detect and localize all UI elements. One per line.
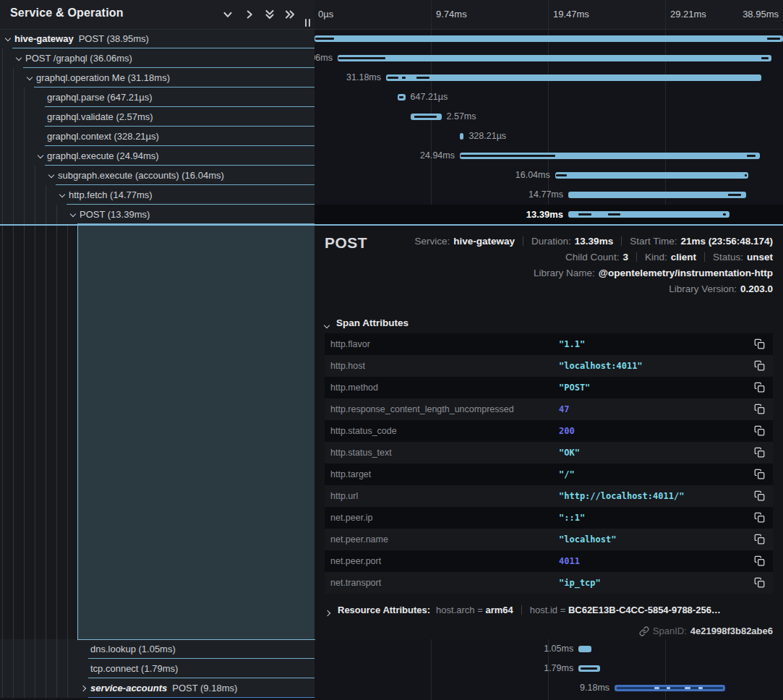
copy-button[interactable] [754, 512, 766, 524]
timeline-row[interactable]: 1.05ms [315, 639, 783, 659]
resource-key: host.arch [436, 605, 474, 615]
detail-left-box[interactable] [77, 226, 315, 640]
copy-button[interactable] [754, 577, 766, 589]
copy-button[interactable] [754, 338, 766, 350]
copy-button[interactable] [754, 534, 766, 545]
indent-guide [56, 678, 57, 698]
span-bar[interactable] [386, 74, 761, 81]
span-tree-row[interactable]: tcp.connect (1.79ms) [0, 659, 315, 678]
copy-button[interactable] [754, 404, 766, 415]
chevron-right-icon[interactable] [80, 685, 87, 692]
span-duration-label: 31.18ms [346, 68, 381, 88]
span-tree-row[interactable]: graphql.operation Me (31.18ms) [0, 68, 315, 88]
copy-button[interactable] [754, 425, 766, 437]
timeline-row[interactable]: 31.18ms [315, 68, 783, 88]
span-bar-child-mark [556, 174, 567, 176]
copy-button[interactable] [754, 490, 766, 502]
span-bar[interactable] [555, 172, 748, 179]
span-tree-row[interactable]: graphql.parse (647.21µs) [0, 88, 315, 107]
copy-icon [754, 469, 765, 479]
span-bar[interactable] [460, 133, 463, 140]
span-tree-row[interactable]: subgraph.execute (accounts) (16.04ms) [0, 166, 315, 185]
detail-meta-line: Library Name:@opentelemetry/instrumentat… [534, 265, 773, 281]
span-tree-row[interactable]: graphql.execute (24.94ms) [0, 146, 315, 166]
timeline-row[interactable] [315, 29, 783, 48]
link-icon[interactable] [639, 626, 649, 636]
span-bar[interactable] [615, 685, 725, 691]
chevron-down-icon[interactable] [4, 35, 12, 43]
span-tree-row[interactable]: graphql.context (328.21µs) [0, 127, 315, 146]
span-attributes-table: http.flavor"1.1"http.host"localhost:4011… [325, 333, 773, 594]
timeline-row[interactable]: 328.21µs [315, 127, 783, 146]
span-row-label: hive-gatewayPOST (38.95ms) [14, 29, 149, 48]
span-bar[interactable] [398, 94, 406, 101]
span-bar-child-mark [402, 77, 405, 79]
copy-button[interactable] [754, 555, 766, 567]
span-bar[interactable] [568, 211, 729, 218]
timeline-row[interactable]: 16.04ms [315, 166, 783, 185]
attribute-value: 47 [559, 398, 569, 420]
indent-guide [24, 678, 25, 698]
timeline-row[interactable]: 13.39ms [315, 205, 783, 224]
span-tree-row[interactable]: http.fetch (14.77ms) [0, 185, 315, 205]
timeline-tick-label: 0µs [318, 0, 333, 29]
timeline-row[interactable]: 9.18ms [315, 678, 783, 698]
panel-resize-handle[interactable] [304, 18, 312, 27]
span-tree-row[interactable]: POST (13.39ms) [0, 205, 315, 224]
operation-name: POST (13.39ms) [80, 209, 150, 220]
indent-guide [56, 205, 57, 224]
span-bar[interactable] [578, 665, 600, 672]
span-bar-child-mark [608, 213, 620, 215]
meta-value: client [671, 252, 696, 262]
timeline-row[interactable]: 36.06ms [315, 48, 783, 68]
copy-icon [754, 382, 765, 393]
double-chevron-down-icon[interactable] [263, 8, 276, 21]
copy-icon [754, 338, 765, 349]
timeline-row[interactable]: 1.79ms [315, 659, 783, 678]
chevron-down-icon[interactable] [59, 192, 66, 199]
span-tree-row[interactable]: graphql.validate (2.57ms) [0, 107, 315, 127]
span-bar[interactable] [578, 646, 591, 652]
span-bar[interactable] [315, 35, 783, 42]
attribute-key: http.target [330, 464, 371, 485]
chevron-down-icon[interactable] [69, 211, 77, 218]
divider [636, 252, 637, 262]
span-row-label: graphql.execute (24.94ms) [47, 146, 159, 166]
timeline-row[interactable]: 2.57ms [315, 107, 783, 127]
indent-guide [35, 639, 35, 659]
meta-value: unset [747, 252, 773, 262]
copy-button[interactable] [754, 469, 766, 480]
chevron-down-icon[interactable] [48, 172, 55, 179]
span-bar[interactable] [411, 114, 442, 120]
chevron-down-icon[interactable] [15, 55, 22, 62]
indent-guide [2, 226, 3, 639]
copy-button[interactable] [754, 382, 766, 393]
chevron-down-icon[interactable] [221, 8, 234, 21]
indent-guide [35, 226, 35, 639]
copy-button[interactable] [754, 447, 766, 458]
span-tree-row[interactable]: dns.lookup (1.05ms) [0, 639, 315, 659]
chevron-down-icon[interactable] [26, 74, 33, 82]
span-bar[interactable] [338, 55, 771, 61]
span-bar[interactable] [460, 153, 760, 159]
span-tree-row[interactable]: hive-gatewayPOST (38.95ms) [0, 29, 315, 48]
span-tree-row[interactable]: service-accountsPOST (9.18ms) [0, 678, 315, 698]
indent-guide [24, 639, 25, 659]
copy-button[interactable] [754, 360, 766, 372]
span-tree-row[interactable]: POST /graphql (36.06ms) [0, 48, 315, 68]
meta-label: Duration: [531, 236, 571, 247]
span-bar[interactable] [568, 192, 746, 198]
operation-name: POST /graphql (36.06ms) [25, 53, 132, 64]
resource-attributes-title[interactable]: Resource Attributes: [338, 605, 430, 615]
resource-value: BC62E13B-C4CC-5854-9788-256… [568, 605, 721, 615]
chevron-right-icon[interactable] [325, 610, 332, 617]
chevron-right-icon[interactable] [243, 8, 256, 21]
timeline-row[interactable]: 24.94ms [315, 146, 783, 166]
chevron-down-icon[interactable] [37, 153, 44, 160]
timeline-row[interactable]: 14.77ms [315, 185, 783, 205]
double-chevron-right-icon[interactable] [283, 8, 296, 21]
span-attributes-header[interactable]: Span Attributes [325, 316, 408, 330]
timeline-row[interactable]: 647.21µs [315, 88, 783, 107]
span-detail-panel: POST Span Attributes http.flavor"1.1"htt… [315, 226, 783, 639]
indent-guide [13, 678, 14, 698]
